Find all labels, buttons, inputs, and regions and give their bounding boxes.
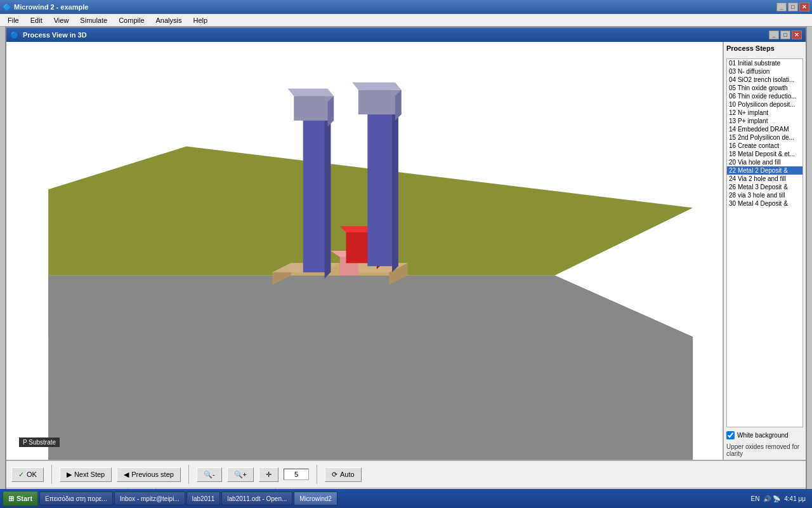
- next-step-button[interactable]: ▶ Next Step: [60, 467, 112, 482]
- taskbar: ⊞ Start Επεισόδια στη πορε... Inbox - mp…: [0, 489, 812, 508]
- right-pillar-side: [392, 97, 398, 272]
- prev-step-button[interactable]: ◀ Previous step: [117, 467, 181, 482]
- left-pillar-cap-top: [288, 89, 334, 97]
- menu-analysis[interactable]: Analysis: [151, 15, 187, 25]
- inner-close-button[interactable]: ✕: [792, 30, 802, 39]
- step-item-2[interactable]: 04 SiO2 trench isolati...: [727, 76, 802, 84]
- app-icon: 🔷: [3, 3, 11, 11]
- step-item-0[interactable]: 01 Initial substrate: [727, 59, 802, 67]
- menu-compile[interactable]: Compile: [114, 15, 149, 25]
- inner-window-title: Process View in 3D: [23, 31, 87, 39]
- prev-icon: ◀: [124, 471, 129, 479]
- auto-icon: ⟳: [332, 471, 337, 479]
- taskbar-item-3[interactable]: lab2011.odt - Open...: [221, 491, 292, 505]
- step-item-5[interactable]: 10 Polysilicon deposit...: [727, 100, 802, 109]
- right-panel: Process Steps 01 Initial substrate03 N- …: [723, 42, 806, 460]
- pan-icon: ✛: [266, 471, 272, 479]
- minimize-button[interactable]: _: [776, 3, 787, 11]
- substrate-body: [48, 276, 693, 460]
- separator-2: [188, 465, 189, 484]
- right-pillar-cap-top: [352, 83, 401, 90]
- auto-button[interactable]: ⟳ Auto: [325, 467, 362, 482]
- zoom-out-icon: 🔍-: [204, 471, 215, 479]
- menu-help[interactable]: Help: [188, 15, 213, 25]
- system-tray-icons: 🔊 📡: [763, 495, 780, 502]
- windows-icon: ⊞: [8, 495, 14, 503]
- white-background-row: White background: [726, 431, 803, 439]
- step-item-9[interactable]: 15 2nd Polysilicon de...: [727, 133, 802, 142]
- maximize-button[interactable]: □: [788, 3, 798, 11]
- substrate-label: P Substrate: [19, 438, 60, 447]
- taskbar-item-0[interactable]: Επεισόδια στη πορε...: [39, 491, 113, 505]
- menu-file[interactable]: File: [3, 15, 24, 25]
- step-item-1[interactable]: 03 N- diffusion: [727, 67, 802, 76]
- 3d-icon: 🔵: [10, 31, 19, 39]
- title-bar-left: 🔷 Microwind 2 - example: [3, 3, 88, 11]
- zoom-input[interactable]: [284, 469, 309, 480]
- ok-button[interactable]: ✓ OK: [11, 467, 44, 482]
- inner-title-left: 🔵 Process View in 3D: [10, 31, 87, 39]
- next-icon: ▶: [67, 471, 72, 479]
- taskbar-item-4[interactable]: Microwind2: [294, 491, 337, 505]
- start-button[interactable]: ⊞ Start: [3, 491, 38, 506]
- taskbar-item-1[interactable]: Inbox - mpitz@teipi...: [114, 491, 185, 505]
- title-bar-controls: _ □ ✕: [776, 3, 809, 11]
- ok-icon: ✓: [18, 471, 24, 479]
- left-pillar-side: [325, 104, 331, 279]
- toolbar: ✓ OK ▶ Next Step ◀ Previous step 🔍- 🔍+ ✛…: [6, 460, 806, 488]
- title-bar: 🔷 Microwind 2 - example _ □ ✕: [0, 0, 812, 14]
- 3d-scene: P Substrate: [6, 42, 723, 460]
- taskbar-item-2[interactable]: lab2011: [187, 491, 221, 505]
- inner-title-controls: _ □ ✕: [769, 30, 802, 39]
- zoom-out-button[interactable]: 🔍-: [197, 467, 222, 482]
- step-item-13[interactable]: 22 Metal 2 Deposit &: [727, 166, 802, 175]
- step-item-15[interactable]: 26 Metal 3 Deposit &: [727, 183, 802, 191]
- process-steps-list[interactable]: 01 Initial substrate03 N- diffusion04 Si…: [726, 58, 803, 427]
- white-background-label[interactable]: White background: [737, 432, 789, 439]
- step-item-17[interactable]: 30 Metal 4 Deposit &: [727, 199, 802, 208]
- step-item-16[interactable]: 28 via 3 hole and till: [727, 191, 802, 199]
- clock: 4:41 μμ: [784, 495, 806, 502]
- separator-1: [51, 465, 52, 484]
- right-pillar-cap-front: [358, 90, 402, 114]
- content-area: P Substrate Process Steps 01 Initial sub…: [6, 42, 806, 460]
- zoom-in-button[interactable]: 🔍+: [227, 467, 254, 482]
- pan-button[interactable]: ✛: [259, 467, 278, 482]
- process-steps-title: Process Steps: [726, 44, 803, 52]
- taskbar-right: EN 🔊 📡 4:41 μμ: [747, 495, 809, 502]
- step-item-4[interactable]: 06 Thin oxide reductio...: [727, 92, 802, 100]
- step-item-11[interactable]: 18 Metal Deposit & et...: [727, 150, 802, 158]
- close-button[interactable]: ✕: [799, 3, 809, 11]
- inner-minimize-button[interactable]: _: [769, 30, 779, 39]
- main-window: 🔵 Process View in 3D _ □ ✕: [5, 27, 807, 502]
- step-item-14[interactable]: 24 Via 2 hole and fill: [727, 175, 802, 183]
- separator-3: [317, 465, 317, 484]
- zoom-in-icon: 🔍+: [234, 471, 247, 479]
- window-title: Microwind 2 - example: [14, 3, 88, 11]
- step-item-12[interactable]: 20 Via hole and fill: [727, 158, 802, 166]
- language-indicator: EN: [751, 495, 760, 502]
- step-item-6[interactable]: 12 N+ implant: [727, 109, 802, 117]
- info-text: Upper oxides removed for clarity: [726, 443, 803, 457]
- step-item-8[interactable]: 14 Embedded DRAM: [727, 125, 802, 133]
- viewport: P Substrate: [6, 42, 723, 460]
- 3d-svg: [6, 42, 723, 460]
- step-item-3[interactable]: 05 Thin oxide growth: [727, 84, 802, 92]
- step-item-10[interactable]: 16 Create contact: [727, 142, 802, 150]
- inner-maximize-button[interactable]: □: [780, 30, 790, 39]
- step-item-7[interactable]: 13 P+ implant: [727, 117, 802, 125]
- menu-bar: File Edit View Simulate Compile Analysis…: [0, 14, 812, 27]
- menu-view[interactable]: View: [49, 15, 74, 25]
- white-background-checkbox[interactable]: [726, 431, 735, 439]
- menu-edit[interactable]: Edit: [25, 15, 48, 25]
- inner-title-bar: 🔵 Process View in 3D _ □ ✕: [6, 28, 806, 42]
- menu-simulate[interactable]: Simulate: [75, 15, 112, 25]
